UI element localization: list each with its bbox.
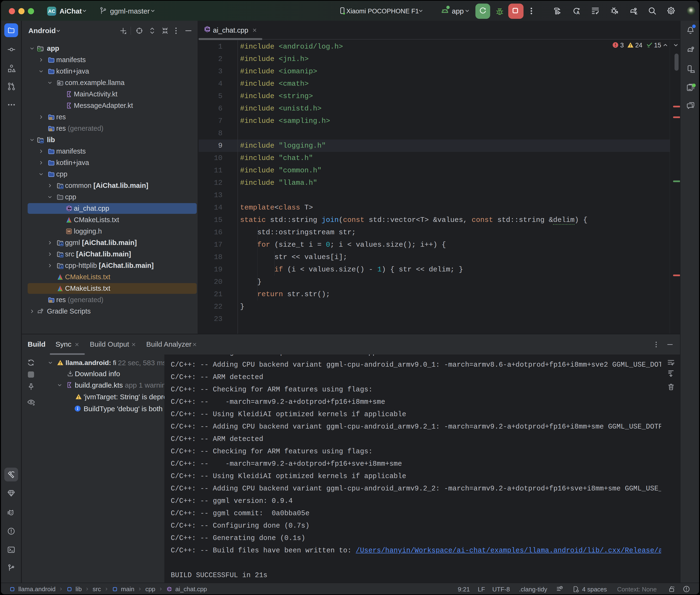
- svg-text:A: A: [576, 10, 580, 15]
